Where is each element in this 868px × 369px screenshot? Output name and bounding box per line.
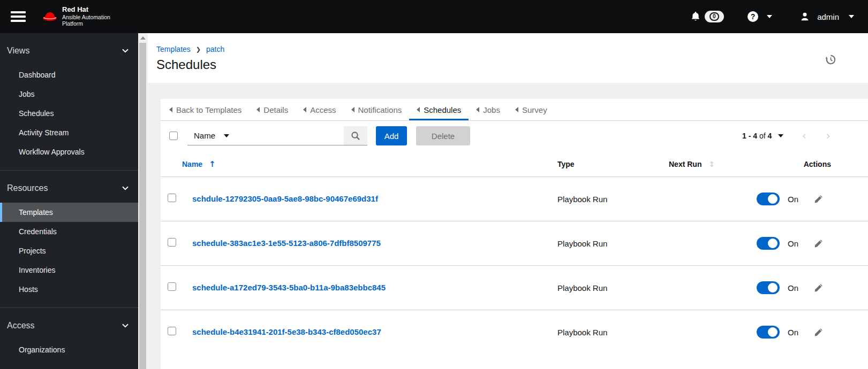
column-header-name[interactable]: Name↑ <box>182 151 546 177</box>
sidebar-group-header[interactable]: Resources <box>0 177 138 198</box>
row-checkbox[interactable] <box>168 194 176 202</box>
delete-button[interactable]: Delete <box>416 126 470 145</box>
search-input[interactable] <box>236 126 344 145</box>
pencil-icon <box>814 195 823 204</box>
filter-caret-icon <box>224 134 229 137</box>
filter-type-select[interactable]: Name <box>187 126 236 145</box>
schedule-type-label: Playbook Run <box>557 328 607 337</box>
question-circle-icon: ? <box>748 11 758 22</box>
sidebar-item-credentials[interactable]: Credentials <box>0 222 138 241</box>
history-button[interactable] <box>825 53 837 67</box>
schedule-type-label: Playbook Run <box>557 283 607 293</box>
sidebar-item-organizations[interactable]: Organizations <box>0 340 138 359</box>
sidebar-item-schedules[interactable]: Schedules <box>0 104 138 123</box>
row-checkbox[interactable] <box>168 282 176 291</box>
bell-icon <box>691 11 700 22</box>
toggle-state-label: On <box>788 239 798 248</box>
sort-ascending-icon[interactable]: ↑ <box>209 159 216 169</box>
tab-notifications[interactable]: Notifications <box>344 99 410 120</box>
caret-left-icon <box>303 107 306 112</box>
tab-back-to-templates[interactable]: Back to Templates <box>162 99 249 120</box>
breadcrumb-separator-icon: ❯ <box>196 46 201 53</box>
schedule-toggle[interactable] <box>757 237 780 250</box>
hamburger-menu-icon[interactable] <box>6 5 30 28</box>
breadcrumb-link-patch[interactable]: patch <box>206 45 224 53</box>
schedule-type-label: Playbook Run <box>557 239 607 248</box>
brand-product-line2: Platform <box>62 20 110 27</box>
pagination: 1 - 4 of 4 ‹ › <box>742 130 868 142</box>
page-title: Schedules <box>156 57 868 72</box>
sidebar-group-header[interactable]: Views <box>0 40 138 61</box>
toggle-state-label: On <box>788 283 798 293</box>
tab-details[interactable]: Details <box>249 99 296 120</box>
column-header-actions: Actions <box>744 151 868 177</box>
sort-both-icon[interactable]: ↕ <box>708 160 715 168</box>
sidebar-scrollbar[interactable] <box>138 33 148 369</box>
sidebar-item-projects[interactable]: Projects <box>0 241 138 260</box>
sidebar-item-inventories[interactable]: Inventories <box>0 260 138 280</box>
schedules-card: Back to Templates Details Access Notific… <box>161 99 868 369</box>
history-icon <box>825 53 837 66</box>
edit-schedule-button[interactable] <box>814 283 823 293</box>
scrollbar-thumb[interactable] <box>139 43 146 369</box>
caret-left-icon <box>256 107 260 112</box>
sidebar-item-activity-stream[interactable]: Activity Stream <box>0 123 138 142</box>
table-row: schedule-383ac1e3-1e55-5123-a806-7dfbf85… <box>161 221 868 266</box>
sidebar-item-workflow-approvals[interactable]: Workflow Approvals <box>0 142 138 162</box>
scrollbar-up-arrow-icon[interactable] <box>140 36 146 40</box>
sidebar-item-dashboard[interactable]: Dashboard <box>0 65 138 84</box>
pagination-prev-button[interactable]: ‹ <box>802 130 806 142</box>
tab-survey[interactable]: Survey <box>508 99 555 120</box>
help-caret-icon[interactable] <box>767 15 772 18</box>
sidebar-item-jobs[interactable]: Jobs <box>0 84 138 104</box>
pagination-range-label: 1 - 4 of 4 <box>742 132 772 140</box>
edit-schedule-button[interactable] <box>814 239 823 248</box>
sidebar-group-header[interactable]: Access <box>0 314 138 336</box>
sidebar-item-hosts[interactable]: Hosts <box>0 280 138 299</box>
brand-logo: Red Hat Ansible Automation Platform <box>42 6 110 27</box>
breadcrumb-link-templates[interactable]: Templates <box>156 45 191 53</box>
caret-left-icon <box>515 107 518 112</box>
sidebar-group-access: Access Organizations <box>0 308 138 368</box>
masthead: Red Hat Ansible Automation Platform 0 ? <box>0 0 868 33</box>
pencil-icon <box>814 283 823 293</box>
schedule-name-link[interactable]: schedule-b4e31941-201f-5e38-b343-cf8ed05… <box>192 327 381 336</box>
pagination-next-button[interactable]: › <box>826 130 831 142</box>
notification-badge: 0 <box>705 11 724 22</box>
add-button[interactable]: Add <box>376 126 407 145</box>
chevron-down-icon <box>122 186 129 190</box>
schedule-toggle[interactable] <box>757 193 780 205</box>
edit-schedule-button[interactable] <box>814 195 823 204</box>
schedule-name-link[interactable]: schedule-383ac1e3-1e55-5123-a806-7dfbf85… <box>192 239 381 248</box>
column-header-next-run[interactable]: Next Run↕ <box>659 151 744 177</box>
schedule-name-link[interactable]: schdule-12792305-0aa9-5ae8-98bc-90467e69… <box>192 194 378 203</box>
pencil-icon <box>814 239 823 248</box>
breadcrumb: Templates ❯ patch <box>156 45 868 53</box>
sidebar-item-templates[interactable]: Templates <box>0 203 138 222</box>
edit-schedule-button[interactable] <box>814 328 823 337</box>
main-content: Templates ❯ patch Schedules Back to Temp… <box>148 33 868 369</box>
caret-left-icon <box>351 107 354 112</box>
sidebar-group-title: Resources <box>7 183 48 193</box>
tab-schedules[interactable]: Schedules <box>409 99 469 120</box>
row-checkbox[interactable] <box>168 238 176 247</box>
notifications-button[interactable]: 0 <box>691 11 724 22</box>
help-button[interactable]: ? <box>748 11 758 22</box>
tab-access[interactable]: Access <box>296 99 343 120</box>
tab-bar: Back to Templates Details Access Notific… <box>161 99 868 121</box>
tab-jobs[interactable]: Jobs <box>469 99 508 120</box>
pagination-caret-icon[interactable] <box>778 134 783 137</box>
user-icon <box>800 12 810 21</box>
sidebar-group-resources: Resources Templates Credentials Projects… <box>0 170 138 308</box>
filter-type-label: Name <box>194 131 215 140</box>
schedule-name-link[interactable]: schedule-a172ed79-3543-5ba0-b11a-9ba83eb… <box>192 283 386 292</box>
toggle-state-label: On <box>788 195 798 204</box>
chevron-down-icon <box>122 49 129 53</box>
search-button[interactable] <box>344 126 367 145</box>
sidebar: Views Dashboard Jobs Schedules Activity … <box>0 33 138 369</box>
schedule-toggle[interactable] <box>757 281 780 294</box>
schedule-toggle[interactable] <box>757 326 780 339</box>
select-all-checkbox[interactable] <box>169 132 178 140</box>
row-checkbox[interactable] <box>168 327 176 335</box>
user-menu-caret-icon[interactable] <box>849 15 854 18</box>
